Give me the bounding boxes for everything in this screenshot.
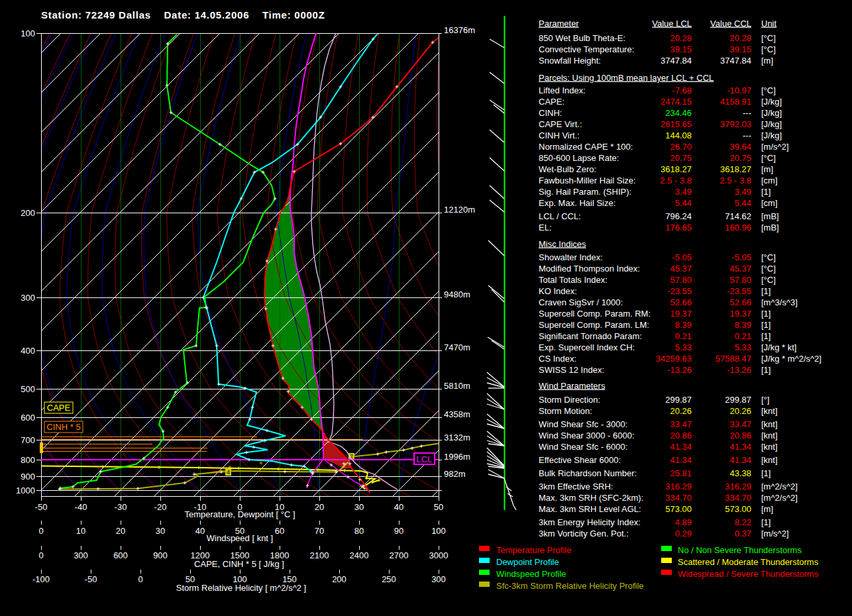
svg-text:3618.27: 3618.27 (661, 164, 692, 174)
svg-text:Sfc-3km Storm Relative Helicit: Sfc-3km Storm Relative Helicity Profile (496, 581, 644, 591)
svg-text:2400: 2400 (350, 550, 369, 560)
svg-text:20.86: 20.86 (729, 431, 751, 440)
svg-text:[knt]: [knt] (761, 431, 778, 440)
svg-text:CS Index:: CS Index: (539, 354, 576, 364)
svg-text:5.33: 5.33 (675, 342, 692, 352)
svg-text:52.66: 52.66 (670, 297, 692, 307)
svg-text:70: 70 (315, 526, 324, 536)
svg-text:60: 60 (275, 526, 284, 536)
svg-text:20: 20 (116, 526, 125, 536)
svg-text:40: 40 (195, 526, 205, 536)
svg-text:[cm]: [cm] (761, 176, 778, 185)
svg-text:100: 100 (431, 526, 446, 536)
svg-text:[°C]: [°C] (761, 275, 776, 285)
svg-text:Wind Shear Sfc - 6000:: Wind Shear Sfc - 6000: (539, 442, 627, 452)
svg-text:Craven SigSvr / 1000:: Craven SigSvr / 1000: (539, 297, 623, 307)
svg-text:Temperature Profile: Temperature Profile (496, 545, 571, 555)
svg-text:Showalter Index:: Showalter Index: (539, 252, 603, 262)
svg-text:316.29: 316.29 (725, 482, 751, 491)
svg-text:Supercell Comp. Param. LM:: Supercell Comp. Param. LM: (539, 320, 649, 330)
svg-text:Parameter: Parameter (539, 19, 579, 28)
svg-text:SWISS 12 Index:: SWISS 12 Index: (539, 365, 604, 375)
svg-text:52.66: 52.66 (729, 297, 751, 307)
svg-text:[m]: [m] (761, 504, 773, 514)
svg-text:[mB]: [mB] (761, 211, 779, 221)
svg-text:9480m: 9480m (444, 289, 470, 299)
svg-text:[1]: [1] (761, 187, 771, 197)
svg-text:LCL / CCL:: LCL / CCL: (539, 211, 581, 221)
svg-text:0.29: 0.29 (675, 529, 692, 539)
svg-text:16376m: 16376m (444, 25, 475, 35)
svg-text:20.28: 20.28 (670, 33, 692, 43)
svg-text:4: 4 (227, 469, 230, 476)
svg-text:714.62: 714.62 (725, 211, 751, 221)
svg-text:20.75: 20.75 (670, 153, 692, 163)
svg-text:[1]: [1] (761, 365, 771, 375)
svg-text:CINH * 5: CINH * 5 (46, 422, 80, 432)
svg-text:Unit: Unit (761, 19, 777, 28)
svg-text:[m/s^2]: [m/s^2] (761, 142, 789, 152)
svg-text:20.28: 20.28 (729, 33, 751, 43)
svg-text:-40: -40 (75, 502, 87, 512)
svg-text:160.96: 160.96 (725, 223, 751, 232)
svg-text:100: 100 (21, 28, 35, 38)
svg-text:Bulk Richardson Number:: Bulk Richardson Number: (539, 468, 637, 478)
svg-text:300: 300 (21, 293, 35, 303)
svg-text:[knt]: [knt] (761, 406, 778, 416)
svg-text:25.81: 25.81 (670, 468, 692, 478)
svg-text:41.34: 41.34 (670, 455, 692, 465)
svg-text:-5.05: -5.05 (672, 252, 692, 262)
svg-text:5.44: 5.44 (735, 198, 751, 208)
svg-text:Sig. Hail Param. (SHIP):: Sig. Hail Param. (SHIP): (539, 187, 631, 197)
svg-text:7470m: 7470m (444, 342, 470, 352)
svg-text:43.38: 43.38 (729, 468, 751, 478)
svg-text:Windspeed Profile: Windspeed Profile (496, 569, 566, 579)
svg-text:3618.27: 3618.27 (720, 164, 751, 174)
svg-text:3747.84: 3747.84 (661, 56, 692, 66)
svg-text:Wind Parameters: Wind Parameters (539, 381, 606, 391)
svg-text:Effective Shear 6000:: Effective Shear 6000: (539, 455, 621, 465)
svg-text:26.70: 26.70 (670, 142, 692, 152)
svg-text:[1]: [1] (761, 286, 771, 296)
svg-text:2.5 - 3.8: 2.5 - 3.8 (660, 176, 692, 185)
svg-text:200: 200 (332, 574, 346, 584)
svg-text:[°C]: [°C] (761, 44, 776, 54)
svg-text:600: 600 (21, 413, 35, 423)
svg-text:1996m: 1996m (444, 452, 470, 462)
svg-text:39.15: 39.15 (729, 44, 751, 54)
svg-text:Wet-Bulb Zero:: Wet-Bulb Zero: (539, 164, 596, 174)
svg-text:3132m: 3132m (444, 433, 470, 442)
svg-text:3km Energy Helicity Index:: 3km Energy Helicity Index: (539, 517, 641, 527)
svg-text:573.00: 573.00 (665, 504, 692, 514)
svg-text:80: 80 (354, 526, 364, 536)
svg-text:Storm Relative Helicity [ m^2/: Storm Relative Helicity [ m^2/s^2 ] (176, 583, 306, 593)
svg-text:Fawbush-Miller Hail Size:: Fawbush-Miller Hail Size: (539, 176, 636, 185)
svg-text:[J/kg * kt]: [J/kg * kt] (761, 342, 796, 352)
svg-text:---: --- (743, 108, 751, 118)
svg-text:Snowfall Height:: Snowfall Height: (539, 56, 601, 66)
svg-text:CAPE:: CAPE: (539, 97, 564, 107)
svg-text:[m]: [m] (761, 164, 773, 174)
svg-text:50: 50 (434, 502, 443, 512)
svg-text:[°C]: [°C] (761, 264, 776, 274)
svg-text:850 Wet Bulb Theta-E:: 850 Wet Bulb Theta-E: (539, 33, 625, 43)
svg-text:[J/kg * m^2/s^2]: [J/kg * m^2/s^2] (761, 354, 822, 364)
svg-text:850-600 Lapse Rate:: 850-600 Lapse Rate: (539, 153, 619, 163)
svg-text:EL:: EL: (539, 223, 552, 232)
svg-text:Supercell Comp. Param. RM:: Supercell Comp. Param. RM: (539, 309, 651, 319)
svg-text:[1]: [1] (761, 309, 771, 319)
svg-text:[°C]: [°C] (761, 85, 776, 95)
svg-text:[°]: [°] (761, 395, 769, 405)
svg-text:No / Non Severe Thunderstorms: No / Non Severe Thunderstorms (678, 545, 802, 555)
svg-text:3.49: 3.49 (675, 187, 692, 197)
svg-text:Wind Shear 3000 - 6000:: Wind Shear 3000 - 6000: (539, 431, 635, 440)
svg-text:796.24: 796.24 (665, 211, 692, 221)
svg-text:[m/s^2]: [m/s^2] (761, 529, 789, 539)
svg-text:Lifted Index:: Lifted Index: (539, 85, 586, 95)
svg-text:-20: -20 (154, 502, 167, 512)
svg-text:4158.91: 4158.91 (720, 97, 751, 107)
svg-text:Temperature, Dewpoint [ °C ]: Temperature, Dewpoint [ °C ] (184, 509, 295, 519)
svg-text:2100: 2100 (310, 550, 329, 560)
svg-text:[J/kg]: [J/kg] (761, 108, 782, 118)
svg-text:34259.63: 34259.63 (656, 354, 692, 364)
